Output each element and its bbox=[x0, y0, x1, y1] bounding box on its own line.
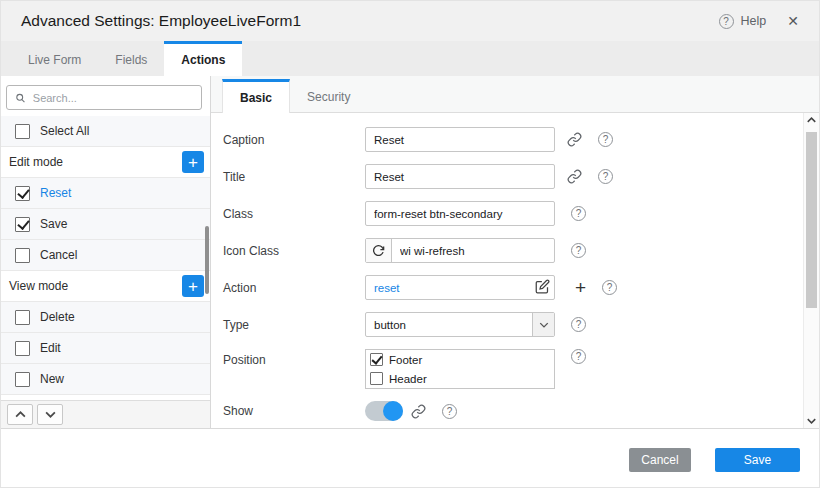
tab-fields[interactable]: Fields bbox=[98, 41, 164, 76]
group-label: View mode bbox=[9, 279, 68, 293]
search-box[interactable] bbox=[6, 85, 202, 110]
footer-checkbox[interactable] bbox=[370, 353, 383, 366]
dialog-title: Advanced Settings: EmployeeLiveForm1 bbox=[21, 12, 301, 30]
show-toggle[interactable] bbox=[365, 401, 403, 421]
help-icon[interactable] bbox=[571, 206, 586, 221]
option-label: Footer bbox=[389, 354, 422, 366]
tab-security[interactable]: Security bbox=[290, 78, 367, 112]
group-label: Edit mode bbox=[9, 155, 63, 169]
icon-class-field bbox=[365, 238, 555, 263]
position-option-header[interactable]: Header bbox=[366, 369, 554, 388]
help-icon[interactable] bbox=[442, 404, 457, 419]
sidebar-group-view-mode: View mode + bbox=[1, 271, 210, 302]
scroll-up-icon[interactable] bbox=[804, 113, 819, 127]
position-option-footer[interactable]: Footer bbox=[366, 350, 554, 369]
icon-class-input[interactable] bbox=[392, 239, 554, 262]
help-link[interactable]: Help bbox=[741, 14, 767, 28]
panel-scrollbar[interactable] bbox=[803, 113, 819, 428]
sidebar-scrollbar-thumb[interactable] bbox=[205, 226, 209, 294]
chevron-up-icon bbox=[15, 411, 26, 418]
advanced-settings-dialog: Advanced Settings: EmployeeLiveForm1 Hel… bbox=[0, 0, 820, 488]
bind-link-icon[interactable] bbox=[567, 132, 582, 147]
action-input[interactable] bbox=[365, 275, 555, 300]
add-action-icon[interactable]: + bbox=[182, 151, 204, 173]
class-row: Class bbox=[223, 201, 791, 226]
caption-input[interactable] bbox=[365, 127, 555, 152]
sidebar-item-delete[interactable]: Delete bbox=[1, 302, 210, 333]
move-up-button[interactable] bbox=[7, 404, 33, 425]
titlebar-actions: Help ✕ bbox=[719, 14, 799, 29]
sidebar-item-label: Edit bbox=[40, 341, 61, 355]
title-row: Title bbox=[223, 164, 791, 189]
sidebar-item-label: Reset bbox=[40, 186, 71, 200]
sidebar-item-edit[interactable]: Edit bbox=[1, 333, 210, 364]
edit-action-icon[interactable] bbox=[535, 279, 550, 294]
cancel-checkbox[interactable] bbox=[15, 248, 30, 263]
scroll-down-icon[interactable] bbox=[804, 414, 819, 428]
sidebar-item-label: Delete bbox=[40, 310, 75, 324]
type-select[interactable]: button bbox=[365, 312, 555, 337]
sidebar-group-edit-mode: Edit mode + bbox=[1, 147, 210, 178]
action-settings-panel: Basic Security Caption Title bbox=[211, 76, 819, 428]
sidebar-item-select-all[interactable]: Select All bbox=[1, 116, 210, 147]
action-field bbox=[365, 275, 555, 300]
title-input[interactable] bbox=[365, 164, 555, 189]
basic-settings-form: Caption Title Class bbox=[211, 113, 819, 421]
caption-row: Caption bbox=[223, 127, 791, 152]
class-input[interactable] bbox=[365, 201, 555, 226]
sidebar-item-save[interactable]: Save bbox=[1, 209, 210, 240]
option-label: Header bbox=[389, 373, 427, 385]
help-icon[interactable] bbox=[571, 243, 586, 258]
new-checkbox[interactable] bbox=[15, 372, 30, 387]
search-input[interactable] bbox=[33, 92, 193, 104]
sidebar-item-label: New bbox=[40, 372, 64, 386]
chevron-down-icon bbox=[45, 411, 56, 418]
help-icon[interactable] bbox=[571, 349, 586, 364]
add-action-plus-icon[interactable]: + bbox=[575, 278, 586, 297]
position-listbox: Footer Header bbox=[365, 349, 555, 389]
save-button[interactable]: Save bbox=[715, 448, 800, 472]
action-row: Action + bbox=[223, 275, 791, 300]
search-wrap bbox=[1, 76, 210, 116]
help-icon[interactable] bbox=[598, 169, 613, 184]
help-icon[interactable] bbox=[571, 317, 586, 332]
sidebar-item-reset[interactable]: Reset bbox=[1, 178, 210, 209]
header-checkbox[interactable] bbox=[370, 372, 383, 385]
help-icon[interactable] bbox=[719, 14, 734, 29]
move-down-button[interactable] bbox=[37, 404, 63, 425]
reset-checkbox[interactable] bbox=[15, 186, 30, 201]
close-icon[interactable]: ✕ bbox=[787, 14, 799, 28]
icon-class-row: Icon Class bbox=[223, 238, 791, 263]
tab-actions[interactable]: Actions bbox=[164, 41, 242, 76]
tab-live-form[interactable]: Live Form bbox=[11, 41, 98, 76]
dialog-titlebar: Advanced Settings: EmployeeLiveForm1 Hel… bbox=[1, 1, 819, 41]
chevron-down-icon bbox=[532, 313, 554, 336]
type-select-value: button bbox=[366, 319, 406, 331]
dialog-body: Select All Edit mode + Reset Save Cancel… bbox=[1, 76, 819, 428]
edit-checkbox[interactable] bbox=[15, 341, 30, 356]
sidebar-reorder-bar bbox=[1, 400, 210, 428]
search-icon bbox=[15, 92, 26, 104]
cancel-button[interactable]: Cancel bbox=[629, 448, 691, 472]
select-all-checkbox[interactable] bbox=[15, 124, 30, 139]
help-icon[interactable] bbox=[602, 280, 617, 295]
help-icon[interactable] bbox=[598, 132, 613, 147]
panel-scrollbar-thumb[interactable] bbox=[806, 132, 817, 308]
panel-tab-bar: Basic Security bbox=[211, 76, 819, 113]
bind-link-icon[interactable] bbox=[567, 169, 582, 184]
show-label: Show bbox=[223, 404, 365, 418]
tab-basic[interactable]: Basic bbox=[222, 79, 290, 113]
caption-label: Caption bbox=[223, 133, 365, 147]
actions-sidebar: Select All Edit mode + Reset Save Cancel… bbox=[1, 76, 211, 428]
add-action-icon[interactable]: + bbox=[182, 275, 204, 297]
bind-link-icon[interactable] bbox=[411, 404, 426, 419]
type-row: Type button bbox=[223, 312, 791, 337]
type-label: Type bbox=[223, 318, 365, 332]
sidebar-item-cancel[interactable]: Cancel bbox=[1, 240, 210, 271]
show-icons bbox=[403, 404, 457, 419]
delete-checkbox[interactable] bbox=[15, 310, 30, 325]
title-label: Title bbox=[223, 170, 365, 184]
save-checkbox[interactable] bbox=[15, 217, 30, 232]
sidebar-item-new[interactable]: New bbox=[1, 364, 210, 395]
action-label: Action bbox=[223, 281, 365, 295]
